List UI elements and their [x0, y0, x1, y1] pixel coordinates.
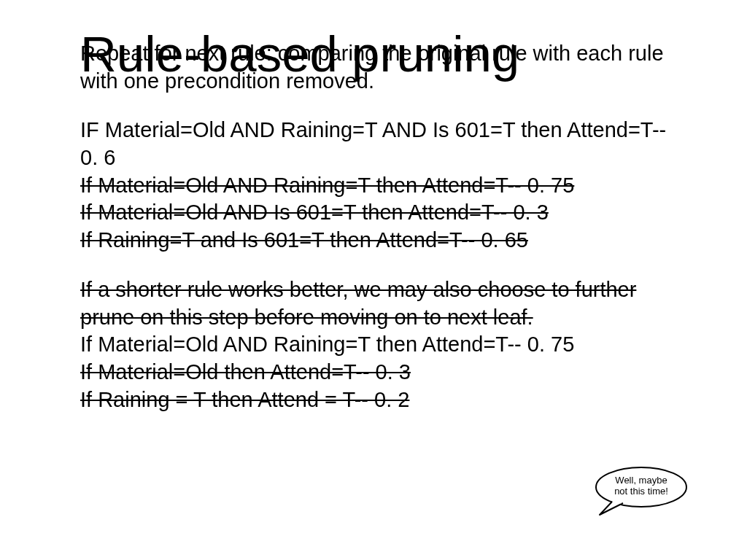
rule-line-struck: If Raining=T and Is 601=T then Attend=T-…: [80, 228, 528, 252]
rule-line-struck: If Raining = T then Attend = T-- 0. 2: [80, 388, 409, 411]
speech-bubble-icon: [594, 465, 689, 516]
rule-line: If Material=Old AND Raining=T then Atten…: [80, 332, 574, 356]
slide-body: Repeat for next rule: comparing the orig…: [80, 40, 681, 413]
rule-line-struck: If Material=Old AND Is 601=T then Attend…: [80, 201, 549, 224]
rule-line-struck: If Material=Old AND Raining=T then Atten…: [80, 174, 574, 197]
svg-point-0: [596, 467, 686, 507]
speech-bubble: Well, maybe not this time!: [594, 465, 689, 516]
intro-paragraph: Repeat for next rule: comparing the orig…: [80, 40, 681, 95]
rule-block-1: IF Material=Old AND Raining=T AND Is 601…: [80, 117, 681, 254]
rule-block-2: If Material=Old AND Raining=T then Atten…: [80, 331, 681, 413]
slide-container: Rule-based pruning Repeat for next rule:…: [0, 0, 747, 560]
mid-paragraph: If a shorter rule works better, we may a…: [80, 276, 681, 331]
rule-line-struck: If Material=Old then Attend=T-- 0. 3: [80, 360, 411, 384]
rule-line: IF Material=Old AND Raining=T AND Is 601…: [80, 118, 666, 169]
mid-text-struck: If a shorter rule works better, we may a…: [80, 278, 636, 329]
speech-bubble-container: Well, maybe not this time!: [594, 465, 689, 516]
